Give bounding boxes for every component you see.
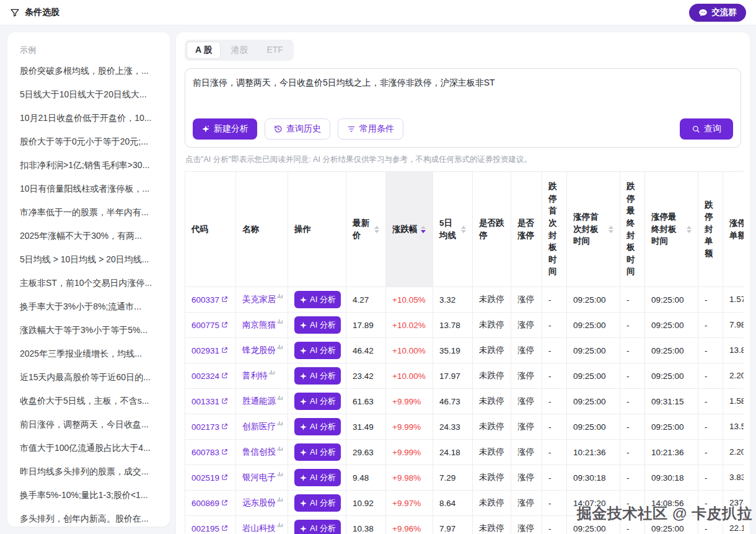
example-item[interactable]: 前日涨停，调整两天，今日收盘... [20,419,157,430]
external-link-icon [221,473,228,481]
col-label-price: 最新价 [353,217,371,241]
sort-icon-ma5[interactable] [461,226,466,233]
cell-down_seal_amount: - [698,389,723,414]
col-header-up_first_seal[interactable]: 涨停首次封板时间 [567,172,620,287]
cell-action: AI 分析 [288,338,346,363]
example-item[interactable]: 2025年三季报业绩增长，均线... [20,349,157,359]
example-item[interactable]: 近15天内最高股价等于近60日的... [20,372,157,383]
example-item[interactable]: 换手率5%-10%;量比1-3;股价<1... [20,490,157,501]
stock-code-link[interactable]: 002931 [191,346,228,355]
cell-down_limit: 未跌停 [473,338,511,363]
example-item[interactable]: 涨跌幅大于等于3%小于等于5%... [20,325,157,336]
chat-bubble-icon [698,8,708,17]
ai-analysis-button[interactable]: AI 分析 [294,418,341,435]
sort-icon-price[interactable] [374,226,379,233]
ai-analysis-button[interactable]: AI 分析 [294,393,341,410]
stock-name-link[interactable]: 鲁信创投 [242,447,283,458]
stock-name-link[interactable]: 银河电子 [242,472,283,483]
sort-icon-up_final_seal[interactable] [687,226,692,233]
cell-code: 001331 [185,389,236,414]
external-link-icon [221,422,228,430]
ai-analysis-button[interactable]: AI 分析 [294,469,341,486]
ai-analysis-button[interactable]: AI 分析 [294,291,341,308]
example-item[interactable]: 多头排列，创年内新高。股价在... [20,514,157,524]
cell-down_final_seal: - [620,363,645,389]
example-item[interactable]: 股价大于等于0元小于等于20元;... [20,136,157,147]
col-header-up_seal_amount[interactable]: 涨停封单额 [723,172,744,287]
change-percent-value: +9.99% [392,422,421,432]
sort-icon-change[interactable] [421,226,426,233]
example-item[interactable]: 收盘价大于5日线，主板，不含s... [20,396,157,406]
cell-down_first_seal: - [542,414,567,440]
example-item[interactable]: 换手率大于3%小于8%;流通市... [20,301,157,312]
cell-down_seal_amount: - [698,516,723,534]
query-input[interactable]: 前日涨停，调整两天，今日收盘价5日均线之上，非涨停非跌停，沪深主板非ST [193,76,733,112]
tab-etf[interactable]: ETF [258,42,291,59]
stock-name-link[interactable]: 远东股份 [242,497,283,509]
stock-code-link[interactable]: 600783 [191,448,228,457]
col-header-ma5[interactable]: 5日均线 [433,172,473,287]
stock-name-link[interactable]: 普利特 [242,370,275,381]
example-item[interactable]: 10月21日收盘价低于开盘价，10... [20,113,157,123]
cell-up_limit: 涨停 [511,440,542,465]
stock-name-link[interactable]: 锋龙股份 [242,345,283,356]
cell-up_first_seal: 09:25:00 [567,338,620,363]
ai-sparkle-icon [299,525,307,533]
analysis-sparkle-icon [201,125,210,133]
ai-analysis-button[interactable]: AI 分析 [294,316,341,334]
cell-price: 9.48 [346,465,386,491]
external-link-icon [221,295,228,303]
example-item[interactable]: 市值大于100亿流通股占比大于4... [20,443,157,453]
cell-down_limit: 未跌停 [473,516,511,534]
stock-code-link[interactable]: 002324 [191,372,228,381]
sort-icon-up_first_seal[interactable] [609,226,613,233]
tab-hk[interactable]: 港股 [222,42,257,59]
cell-up_first_seal: 10:21:36 [567,440,620,465]
example-item[interactable]: 股价突破多根均线，股价上涨，... [20,66,157,76]
stock-name-link[interactable]: 岩山科技 [242,523,283,534]
example-item[interactable]: 昨日均线多头排列的股票，成交... [20,466,157,477]
kline-chart-icon [277,522,283,528]
stock-name-link[interactable]: 胜通能源 [242,396,283,407]
col-header-price[interactable]: 最新价 [346,172,386,287]
cell-down_seal_amount: - [698,287,723,313]
community-group-button[interactable]: 交流群 [689,4,747,22]
stock-code-link[interactable]: 002195 [191,524,228,533]
query-history-button[interactable]: 查询历史 [265,118,330,140]
tab-a-share[interactable]: A 股 [187,42,221,59]
example-item[interactable]: 扣非净利润>1亿;销售毛利率>30... [20,160,157,171]
example-item[interactable]: 5日均线 > 10日均线 > 20日均线... [20,254,157,265]
cell-up_first_seal: 14:07:20 [567,491,620,516]
stock-code-link[interactable]: 600775 [191,321,228,330]
search-button[interactable]: 查询 [680,118,733,140]
stock-code-link[interactable]: 001331 [191,397,228,406]
example-item[interactable]: 2025年涨幅不大于30%，有两... [20,231,157,241]
ai-analysis-button[interactable]: AI 分析 [294,494,341,512]
example-item[interactable]: 市净率低于一的股票，半年内有... [20,207,157,218]
col-header-change[interactable]: 涨跌幅 [386,172,433,287]
cell-up_final_seal: 09:25:00 [645,516,698,534]
stock-name-link[interactable]: 南京熊猫 [242,319,283,331]
example-item[interactable]: 主板非ST，前10个交易日内涨停... [20,278,157,288]
change-percent-value: +9.97% [392,499,421,508]
example-item[interactable]: 10日有倍量阳线柱或者涨停板，... [20,184,157,194]
stock-code-link[interactable]: 002173 [191,422,228,432]
conditions-filter-icon [347,125,356,133]
ai-analysis-button[interactable]: AI 分析 [294,443,341,461]
stock-name-link[interactable]: 美克家居 [242,294,283,305]
table-row: 600869远东股份AI 分析10.92+9.97%8.64未跌停涨停-14:0… [185,491,744,516]
stock-code-link[interactable]: 600869 [191,499,228,508]
example-item[interactable]: 5日线大于10日线大于20日线大... [20,89,157,100]
table-row: 600775南京熊猫AI 分析17.89+10.02%13.78未跌停涨停-09… [185,313,744,338]
stock-code-link[interactable]: 002519 [191,473,228,483]
new-analysis-button[interactable]: 新建分析 [193,118,257,140]
cell-name: 普利特 [236,363,288,389]
col-header-up_final_seal[interactable]: 涨停最终封板时间 [645,172,698,287]
common-conditions-button[interactable]: 常用条件 [338,118,403,140]
ai-analysis-button[interactable]: AI 分析 [294,342,341,359]
stock-code-link[interactable]: 600337 [191,295,228,305]
ai-sparkle-icon [299,423,307,431]
stock-name-link[interactable]: 创新医疗 [242,421,283,432]
ai-analysis-button[interactable]: AI 分析 [294,367,341,385]
ai-analysis-button[interactable]: AI 分析 [294,520,341,534]
